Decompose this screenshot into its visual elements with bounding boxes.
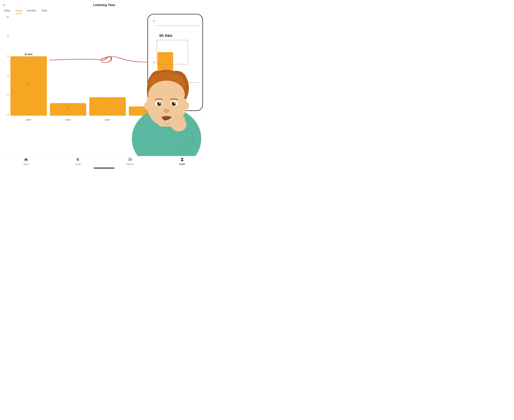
phone-mockup: 8 6 4 5h 54m bbox=[147, 14, 203, 111]
x-label-1: 29/07 bbox=[50, 119, 86, 121]
tab-bar: Today Daily Monthly Total bbox=[0, 7, 208, 14]
nav-item-profile[interactable]: Profile bbox=[156, 158, 208, 165]
library-icon bbox=[76, 158, 80, 162]
bar-01-08: . bbox=[168, 112, 205, 116]
x-label-2: 30/07 bbox=[89, 119, 126, 121]
y-label-6: 6 bbox=[3, 55, 9, 57]
dashed-annotation bbox=[153, 20, 199, 105]
bar-value-2 bbox=[89, 97, 126, 116]
nav-item-library[interactable]: Library bbox=[52, 158, 104, 165]
tab-daily[interactable]: Daily bbox=[15, 9, 22, 14]
bar-28-07: 5h 54m bbox=[10, 53, 47, 116]
bar-dot-2 bbox=[107, 103, 108, 105]
nav-label-library: Library bbox=[75, 163, 81, 165]
profile-icon bbox=[180, 158, 184, 162]
bar-dot-0 bbox=[28, 83, 30, 84]
svg-rect-2 bbox=[157, 40, 188, 64]
home-icon bbox=[24, 158, 28, 162]
y-label-8: 8 bbox=[3, 35, 9, 38]
x-axis-labels: 28/07 29/07 30/07 31/07 01/08 bbox=[10, 116, 205, 123]
nav-item-discover[interactable]: Discover bbox=[104, 158, 156, 165]
nav-label-home: Home bbox=[23, 163, 29, 165]
y-label-2: 2 bbox=[3, 94, 9, 97]
svg-rect-21 bbox=[78, 158, 79, 161]
phone-chart-content: 8 6 4 5h 54m bbox=[153, 20, 199, 105]
tab-today[interactable]: Today bbox=[3, 9, 10, 14]
back-button[interactable]: ‹ bbox=[3, 3, 5, 7]
nav-label-discover: Discover bbox=[126, 163, 134, 165]
home-indicator bbox=[94, 168, 115, 168]
svg-point-24 bbox=[181, 158, 183, 160]
svg-marker-23 bbox=[130, 159, 131, 160]
svg-rect-19 bbox=[77, 158, 77, 161]
tab-monthly[interactable]: Monthly bbox=[27, 9, 36, 14]
bar-value-1 bbox=[50, 103, 86, 116]
svg-rect-20 bbox=[77, 158, 78, 161]
x-label-0: 28/07 bbox=[10, 119, 47, 121]
bar-dot-1 bbox=[67, 107, 69, 109]
nav-label-profile: Profile bbox=[179, 163, 185, 165]
bar-value-0 bbox=[10, 56, 47, 116]
y-label-10: 10 bbox=[3, 15, 9, 18]
header: ‹ Listening Time bbox=[0, 0, 208, 7]
bar-dot-3 bbox=[146, 108, 148, 110]
page-title: Listening Time bbox=[93, 3, 115, 7]
y-axis-labels: 10 8 6 4 2 0 bbox=[3, 15, 9, 116]
discover-icon bbox=[128, 158, 132, 162]
bar-29-07: . bbox=[50, 100, 86, 116]
bar-30-07: . bbox=[89, 94, 126, 116]
nav-item-home[interactable]: Home bbox=[0, 158, 52, 165]
x-label-3: 31/07 bbox=[129, 119, 165, 121]
bar-top-label-0: 5h 54m bbox=[25, 53, 32, 56]
tab-total[interactable]: Total bbox=[41, 9, 47, 14]
x-label-4: 01/08 bbox=[168, 119, 205, 121]
y-label-0: 0 bbox=[3, 113, 9, 116]
y-label-4: 4 bbox=[3, 74, 9, 77]
